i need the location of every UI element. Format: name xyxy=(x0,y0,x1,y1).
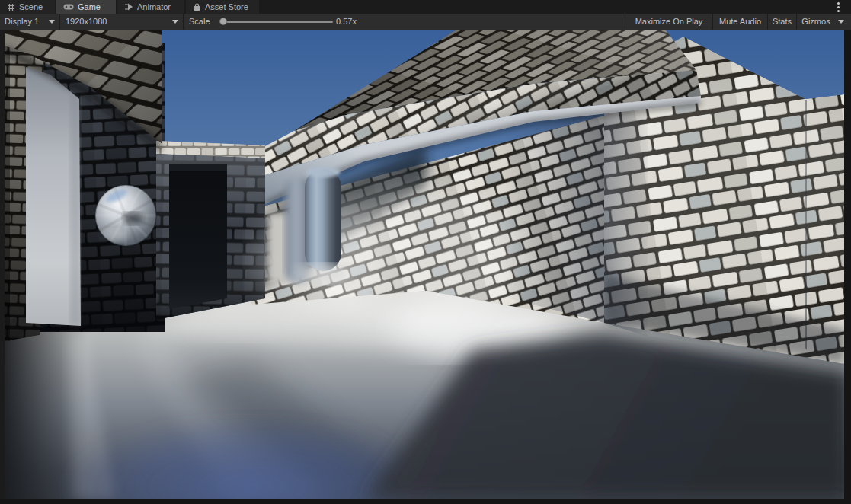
brick-wall-doorway xyxy=(156,141,265,320)
tab-label: Scene xyxy=(19,0,43,14)
shopping-bag-icon xyxy=(193,3,201,11)
mute-audio-button[interactable]: Mute Audio xyxy=(713,14,767,30)
gamepad-icon xyxy=(63,3,74,11)
chevron-down-icon xyxy=(838,20,844,24)
tab-bar: Scene Game Animator Asset Store xyxy=(0,0,851,14)
scale-slider-knob[interactable] xyxy=(219,18,227,25)
tab-label: Animator xyxy=(137,0,171,14)
tab-animator[interactable]: Animator xyxy=(117,0,184,14)
chevron-down-icon xyxy=(49,20,55,24)
resolution-dropdown[interactable]: 1920x1080 xyxy=(66,14,107,30)
unity-game-view-window: Scene Game Animator Asset Store Display … xyxy=(0,0,851,504)
scale-value: 0.57x xyxy=(336,14,357,30)
scale-label: Scale xyxy=(189,14,210,30)
grid-icon xyxy=(7,3,15,11)
tab-label: Asset Store xyxy=(205,0,248,14)
tab-scene[interactable]: Scene xyxy=(0,0,55,14)
view-border-left xyxy=(0,30,5,504)
smooth-wall xyxy=(26,67,81,326)
toolbar-separator xyxy=(59,14,60,30)
doorway xyxy=(169,164,227,309)
tab-game[interactable]: Game xyxy=(56,0,116,14)
toolbar-separator xyxy=(183,14,184,30)
view-border-right xyxy=(844,30,851,504)
view-border-bottom xyxy=(0,499,851,504)
game-view-render[interactable] xyxy=(0,30,851,504)
animator-icon xyxy=(124,3,133,11)
display-dropdown-value: Display 1 xyxy=(5,17,39,26)
gizmos-dropdown[interactable]: Gizmos xyxy=(797,14,835,30)
display-dropdown[interactable]: Display 1 xyxy=(5,14,39,30)
tab-asset-store[interactable]: Asset Store xyxy=(186,0,259,14)
resolution-dropdown-value: 1920x1080 xyxy=(66,17,107,26)
tab-label: Game xyxy=(78,0,101,14)
stats-button[interactable]: Stats xyxy=(768,14,796,30)
game-view-toolbar: Display 1 1920x1080 Scale 0.57x Maximize… xyxy=(0,14,851,30)
kebab-menu-icon[interactable] xyxy=(837,2,840,12)
maximize-on-play-button[interactable]: Maximize On Play xyxy=(625,14,712,30)
chevron-down-icon xyxy=(172,20,178,24)
scale-slider-track[interactable] xyxy=(222,21,333,23)
